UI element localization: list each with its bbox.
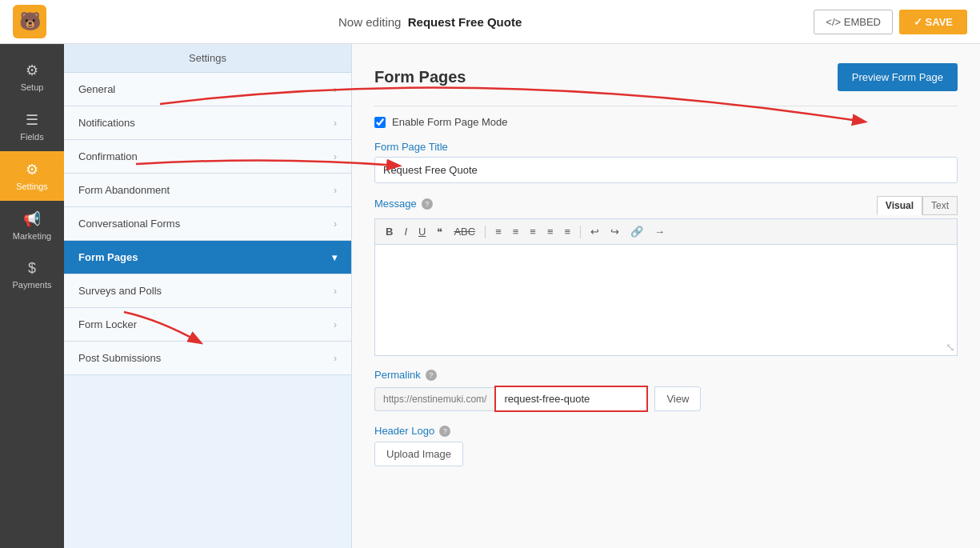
chevron-icon-post-submissions: › <box>334 353 337 364</box>
fields-icon: ☰ <box>26 111 38 129</box>
app-logo: 🐻 <box>13 5 46 38</box>
enable-form-page-checkbox[interactable] <box>374 117 386 128</box>
sidebar-label-conversational-forms: Conversational Forms <box>78 218 180 230</box>
toolbar-sep-2 <box>580 226 581 238</box>
chevron-icon-confirmation: › <box>334 151 337 162</box>
save-button[interactable]: ✓ SAVE <box>899 10 967 34</box>
toolbar-strikethrough[interactable]: ABC <box>450 224 479 239</box>
message-row: Message ? <box>374 198 433 210</box>
toolbar-sep-1 <box>485 226 486 238</box>
sidebar-item-notifications[interactable]: Notifications › <box>64 106 351 140</box>
nav-label-payments: Payments <box>13 280 52 290</box>
toolbar-undo[interactable]: ↩ <box>586 224 603 239</box>
setup-icon: ⚙ <box>26 62 38 79</box>
permalink-row: Permalink ? <box>374 369 958 381</box>
nav-item-setup[interactable]: ⚙ Setup <box>0 52 64 102</box>
message-editor-wrapper: Message ? Visual Text B I U ❝ ABC ≡ <box>374 196 958 356</box>
header-logo-group: Header Logo ? Upload Image <box>374 425 958 466</box>
toolbar-ol[interactable]: ≡ <box>509 224 523 239</box>
sidebar-item-general[interactable]: General › <box>64 73 351 106</box>
chevron-icon-general: › <box>334 84 337 95</box>
top-bar: 🐻 Now editing Request Free Quote </> EMB… <box>0 0 980 44</box>
toolbar-ul[interactable]: ≡ <box>491 224 506 239</box>
permalink-label: Permalink <box>374 369 421 381</box>
sidebar-label-form-abandonment: Form Abandonment <box>78 184 170 196</box>
toolbar-italic[interactable]: I <box>400 224 411 239</box>
sidebar-label-form-pages: Form Pages <box>78 251 138 263</box>
sidebar-label-confirmation: Confirmation <box>78 150 138 162</box>
message-label: Message <box>374 198 417 210</box>
editor-toolbar: B I U ❝ ABC ≡ ≡ ≡ ≡ ≡ ↩ ↪ 🔗 → <box>374 218 958 244</box>
chevron-icon-form-abandonment: › <box>334 185 337 196</box>
logo-area: 🐻 <box>13 5 46 38</box>
sidebar-item-post-submissions[interactable]: Post Submissions › <box>64 342 351 375</box>
embed-button[interactable]: </> EMBED <box>814 10 893 34</box>
sidebar-heading: Settings <box>64 44 351 73</box>
main-inner: Form Pages Preview Form Page Enable Form… <box>352 44 980 498</box>
header-logo-label: Header Logo <box>374 425 434 437</box>
sidebar-item-surveys[interactable]: Surveys and Polls › <box>64 274 351 308</box>
upload-image-button[interactable]: Upload Image <box>374 442 463 466</box>
form-page-title-label: Form Page Title <box>374 141 958 153</box>
sidebar: Settings General › Notifications › Confi… <box>64 44 352 548</box>
sidebar-label-form-locker: Form Locker <box>78 318 137 330</box>
toolbar-redo[interactable]: ↪ <box>606 224 623 239</box>
nav-label-settings: Settings <box>16 182 48 191</box>
nav-item-payments[interactable]: $ Payments <box>0 250 64 299</box>
toolbar-align-right[interactable]: ≡ <box>561 224 575 239</box>
header-logo-help-icon[interactable]: ? <box>439 426 450 437</box>
form-pages-title: Form Pages <box>374 68 466 86</box>
payments-icon: $ <box>28 260 36 277</box>
nav-item-settings[interactable]: ⚙ Settings <box>0 151 64 201</box>
sidebar-item-form-pages[interactable]: Form Pages ▾ <box>64 241 351 274</box>
nav-item-fields[interactable]: ☰ Fields <box>0 102 64 151</box>
preview-form-page-button[interactable]: Preview Form Page <box>838 63 958 91</box>
left-nav: ⚙ Setup ☰ Fields ⚙ Settings 📢 Marketing … <box>0 44 64 548</box>
sidebar-item-form-abandonment[interactable]: Form Abandonment › <box>64 174 351 207</box>
permalink-group: Permalink ? https://enstinemuki.com/ Vie… <box>374 369 958 412</box>
visual-tab[interactable]: Visual <box>877 196 922 215</box>
toolbar-bold[interactable]: B <box>382 224 397 239</box>
enable-form-page-label[interactable]: Enable Form Page Mode <box>392 116 508 128</box>
permalink-help-icon[interactable]: ? <box>426 370 437 381</box>
form-name: Request Free Quote <box>408 15 522 29</box>
sidebar-item-form-locker[interactable]: Form Locker › <box>64 308 351 342</box>
nav-item-marketing[interactable]: 📢 Marketing <box>0 201 64 250</box>
sidebar-item-conversational-forms[interactable]: Conversational Forms › <box>64 207 351 241</box>
nav-label-setup: Setup <box>21 82 44 92</box>
toolbar-align-center[interactable]: ≡ <box>543 224 558 239</box>
sidebar-label-surveys: Surveys and Polls <box>78 285 162 297</box>
chevron-icon-form-pages: ▾ <box>332 252 337 263</box>
app-layout: ⚙ Setup ☰ Fields ⚙ Settings 📢 Marketing … <box>0 44 980 548</box>
top-bar-actions: </> EMBED ✓ SAVE <box>814 10 967 34</box>
message-help-icon[interactable]: ? <box>422 198 433 210</box>
message-editor-area[interactable]: ⤡ <box>374 244 958 356</box>
toolbar-align-left[interactable]: ≡ <box>526 224 540 239</box>
visual-text-tabs: Visual Text <box>877 196 958 215</box>
sidebar-label-general: General <box>78 83 115 95</box>
toolbar-underline[interactable]: U <box>414 224 430 239</box>
divider <box>374 106 958 106</box>
editor-resize-handle: ⤡ <box>946 341 955 354</box>
view-permalink-button[interactable]: View <box>654 386 701 411</box>
sidebar-item-confirmation[interactable]: Confirmation › <box>64 140 351 174</box>
chevron-icon-notifications: › <box>334 118 337 129</box>
chevron-icon-form-locker: › <box>334 319 337 330</box>
sidebar-label-post-submissions: Post Submissions <box>78 352 161 364</box>
permalink-base: https://enstinemuki.com/ <box>374 387 494 411</box>
form-page-title-group: Form Page Title <box>374 141 958 183</box>
toolbar-more[interactable]: → <box>650 224 669 239</box>
permalink-slug-input[interactable] <box>494 386 648 412</box>
nav-label-marketing: Marketing <box>13 231 51 241</box>
sidebar-label-notifications: Notifications <box>78 117 135 129</box>
toolbar-blockquote[interactable]: ❝ <box>433 224 446 239</box>
permalink-input-row: https://enstinemuki.com/ View <box>374 386 958 412</box>
editing-title: Now editing Request Free Quote <box>338 15 522 29</box>
chevron-icon-conversational-forms: › <box>334 218 337 230</box>
toolbar-link[interactable]: 🔗 <box>626 224 647 239</box>
marketing-icon: 📢 <box>23 210 41 228</box>
form-page-title-input[interactable] <box>374 157 958 183</box>
text-tab[interactable]: Text <box>922 196 958 215</box>
settings-icon: ⚙ <box>26 161 38 178</box>
header-logo-row: Header Logo ? <box>374 425 958 437</box>
